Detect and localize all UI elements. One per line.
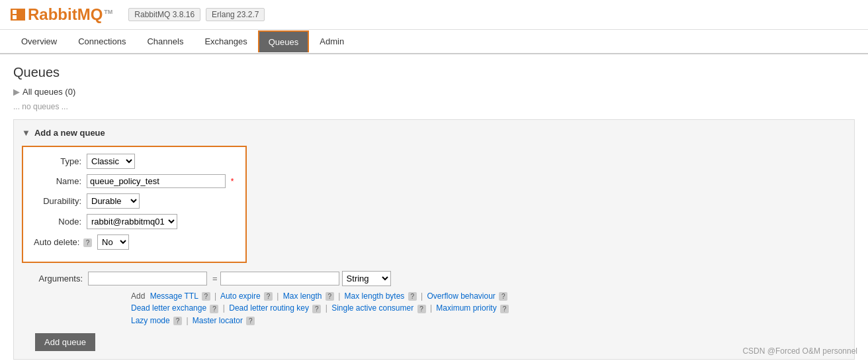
nav-admin[interactable]: Admin: [309, 30, 355, 53]
auto-delete-help-icon[interactable]: ?: [83, 238, 92, 247]
hints-row-3: Lazy mode ? | Master locator ?: [22, 316, 846, 325]
hints-row-2: Dead letter exchange ? | Dead letter rou…: [22, 303, 846, 313]
arguments-eq: =: [212, 274, 218, 284]
hint-master-locator[interactable]: Master locator: [193, 316, 243, 325]
add-queue-button[interactable]: Add queue: [35, 333, 95, 351]
hint-auto-expire-help[interactable]: ?: [264, 292, 273, 301]
hint-lazy-mode[interactable]: Lazy mode: [131, 316, 170, 325]
durability-select[interactable]: Durable Transient: [87, 193, 140, 209]
arguments-key-input[interactable]: [88, 272, 207, 285]
nav: Overview Connections Channels Exchanges …: [0, 30, 868, 54]
hint-single-active-consumer[interactable]: Single active consumer: [331, 303, 413, 313]
content: Queues ▶ All queues (0) ... no queues ..…: [0, 54, 868, 361]
type-select[interactable]: Classic Quorum: [87, 154, 135, 169]
expand-arrow-icon: ▶: [13, 87, 20, 97]
arguments-label: Arguments:: [35, 274, 88, 284]
add-queue-form: Type: Classic Quorum Name: * Durability: [22, 146, 247, 263]
hint-maximum-priority-help[interactable]: ?: [500, 305, 509, 313]
page-title: Queues: [13, 65, 855, 80]
nav-queues[interactable]: Queues: [258, 30, 310, 52]
hints-row-1: Add Message TTL ? | Auto expire ? | Max …: [22, 291, 846, 301]
all-queues-label: All queues (0): [22, 87, 75, 97]
all-queues-header[interactable]: ▶ All queues (0): [13, 87, 855, 97]
version-badges: RabbitMQ 3.8.16 Erlang 23.2.7: [128, 8, 265, 21]
durability-row: Durability: Durable Transient: [34, 193, 235, 209]
logo: RabbitMQTM: [11, 5, 112, 24]
hint-max-length[interactable]: Max length: [283, 291, 322, 301]
rabbitmq-version-badge: RabbitMQ 3.8.16: [128, 8, 200, 21]
arguments-type-select[interactable]: String Number Boolean List: [342, 271, 391, 286]
hint-auto-expire[interactable]: Auto expire: [220, 291, 261, 301]
auto-delete-label: Auto delete: ?: [34, 237, 97, 247]
nav-channels[interactable]: Channels: [136, 30, 194, 53]
name-input[interactable]: [87, 174, 226, 188]
footer-note: CSDN @Forced O&M personnel: [742, 346, 857, 356]
name-control: *: [87, 174, 234, 188]
add-queue-section-label: Add a new queue: [34, 128, 105, 138]
name-required-star: *: [231, 177, 234, 186]
node-row: Node: rabbit@rabbitmq01: [34, 214, 235, 229]
hint-max-length-bytes-help[interactable]: ?: [408, 292, 417, 301]
auto-delete-row: Auto delete: ? No Yes: [34, 234, 235, 250]
hint-dead-letter-exchange[interactable]: Dead letter exchange: [131, 303, 206, 313]
auto-delete-control: No Yes: [97, 234, 129, 250]
hint-overflow-behaviour-help[interactable]: ?: [499, 292, 507, 301]
hint-message-ttl-help[interactable]: ?: [202, 292, 210, 301]
hint-dead-letter-exchange-help[interactable]: ?: [210, 305, 218, 313]
add-queue-section: ▼ Add a new queue Type: Classic Quorum N…: [13, 119, 855, 360]
node-select[interactable]: rabbit@rabbitmq01: [87, 214, 177, 229]
hint-dead-letter-routing-key-help[interactable]: ?: [312, 305, 321, 313]
nav-connections[interactable]: Connections: [67, 30, 136, 53]
hint-overflow-behaviour[interactable]: Overflow behaviour: [427, 291, 495, 301]
header: RabbitMQTM RabbitMQ 3.8.16 Erlang 23.2.7: [0, 0, 868, 30]
hint-dead-letter-routing-key[interactable]: Dead letter routing key: [229, 303, 309, 313]
hint-message-ttl[interactable]: Message TTL: [150, 291, 198, 301]
hint-max-length-bytes[interactable]: Max length bytes: [345, 291, 405, 301]
arguments-val-input[interactable]: [220, 272, 339, 285]
name-label: Name:: [34, 176, 87, 186]
hint-lazy-mode-help[interactable]: ?: [173, 317, 182, 325]
type-label: Type:: [34, 156, 87, 166]
nav-overview[interactable]: Overview: [11, 30, 67, 53]
no-queues-text: ... no queues ...: [13, 102, 855, 111]
add-label: Add: [131, 291, 145, 301]
node-control: rabbit@rabbitmq01: [87, 214, 177, 229]
type-control: Classic Quorum: [87, 154, 135, 169]
node-label: Node:: [34, 217, 87, 227]
nav-exchanges[interactable]: Exchanges: [194, 30, 257, 53]
logo-text: RabbitMQTM: [28, 5, 112, 24]
logo-mq: MQ: [77, 5, 103, 23]
logo-rabbit: Rabbit: [28, 5, 77, 23]
name-row: Name: *: [34, 174, 235, 188]
collapse-arrow-icon: ▼: [22, 128, 30, 138]
add-queue-header[interactable]: ▼ Add a new queue: [22, 128, 846, 138]
hint-single-active-consumer-help[interactable]: ?: [417, 305, 426, 313]
all-queues-section: ▶ All queues (0): [13, 87, 855, 97]
hint-max-length-help[interactable]: ?: [326, 292, 334, 301]
auto-delete-select[interactable]: No Yes: [97, 234, 129, 250]
logo-icon: [11, 9, 25, 21]
durability-label: Durability:: [34, 196, 87, 206]
hint-master-locator-help[interactable]: ?: [246, 317, 255, 325]
hint-maximum-priority[interactable]: Maximum priority: [436, 303, 496, 313]
durability-control: Durable Transient: [87, 193, 140, 209]
erlang-version-badge: Erlang 23.2.7: [206, 8, 265, 21]
arguments-row: Arguments: = String Number Boolean List: [22, 271, 846, 286]
type-row: Type: Classic Quorum: [34, 154, 235, 169]
logo-tm: TM: [104, 9, 112, 15]
